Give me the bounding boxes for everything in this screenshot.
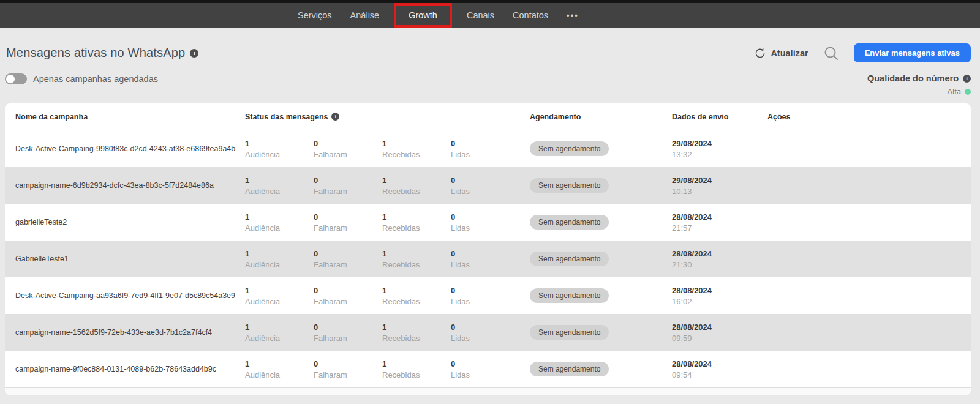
column-header-send-data: Dados de envio — [672, 113, 767, 121]
campaign-name: campaign-name-9f0ec884-0131-4089-b62b-78… — [15, 365, 245, 373]
quality-value: Alta — [948, 87, 961, 96]
scheduled-only-toggle[interactable]: Apenas campanhas agendadas — [5, 73, 158, 84]
stat-failed-value: 0 — [314, 286, 382, 295]
table-row[interactable]: campaign-name-9f0ec884-0131-4089-b62b-78… — [5, 351, 971, 387]
table-row[interactable]: Desk-Active-Campaing-9980f83c-d2cd-4243-… — [5, 130, 971, 167]
table-header-row: Nome da campanha Status das mensagens i … — [5, 103, 971, 130]
send-data-cell: 28/08/2024 09:59 — [672, 323, 767, 343]
schedule-badge: Sem agendamento — [530, 178, 609, 193]
table-row[interactable]: campaign-name-6d9b2934-dcfc-43ea-8b3c-5f… — [5, 167, 971, 204]
stat-failed: 0 Falharam — [314, 323, 382, 343]
schedule-cell: Sem agendamento — [521, 141, 672, 156]
table-row[interactable]: campaign-name-1562d5f9-72eb-433e-ae3d-7b… — [5, 314, 971, 351]
stat-failed: 0 Falharam — [314, 139, 382, 159]
column-header-status-label: Status das mensagens — [245, 113, 328, 121]
stat-received-label: Recebidas — [382, 150, 451, 159]
toggle-switch-icon[interactable] — [5, 73, 27, 84]
send-date: 28/08/2024 — [672, 359, 767, 368]
nav-tab-contatos[interactable]: Contatos — [513, 10, 548, 20]
send-date: 28/08/2024 — [672, 286, 767, 295]
stat-received: 1 Recebidas — [382, 176, 451, 196]
stat-failed-value: 0 — [314, 249, 382, 258]
stat-audience-label: Audiência — [245, 260, 314, 269]
stat-audience-value: 1 — [245, 249, 314, 258]
title-info-icon[interactable]: i — [190, 49, 198, 58]
schedule-badge: Sem agendamento — [530, 325, 609, 340]
table-footer — [5, 387, 971, 395]
schedule-badge: Sem agendamento — [530, 141, 609, 156]
stat-audience-value: 1 — [245, 176, 314, 185]
stat-received-label: Recebidas — [382, 260, 451, 269]
table-row[interactable]: gabrielleTeste2 1 Audiência 0 Falharam 1… — [5, 204, 971, 241]
stat-read-label: Lidas — [451, 150, 519, 159]
stat-failed-label: Falharam — [314, 223, 382, 233]
stat-audience-label: Audiência — [245, 187, 314, 196]
send-date: 29/08/2024 — [672, 139, 767, 148]
stat-received-value: 1 — [382, 359, 451, 368]
send-date: 29/08/2024 — [672, 176, 767, 185]
nav-tab-servicos[interactable]: Serviços — [298, 10, 332, 20]
stat-read-value: 0 — [451, 249, 519, 258]
stat-received: 1 Recebidas — [382, 249, 451, 269]
stat-audience-label: Audiência — [245, 297, 314, 306]
refresh-button[interactable]: Atualizar — [754, 47, 808, 59]
stat-audience: 1 Audiência — [245, 286, 314, 306]
send-data-cell: 29/08/2024 13:32 — [672, 139, 767, 159]
stat-read-value: 0 — [451, 139, 519, 148]
nav-tab-growth[interactable]: Growth — [409, 10, 437, 20]
stat-received: 1 Recebidas — [382, 323, 451, 343]
stat-audience-value: 1 — [245, 359, 314, 368]
stat-failed-value: 0 — [314, 359, 382, 368]
nav-more-icon[interactable]: ••• — [567, 11, 579, 20]
stat-audience: 1 Audiência — [245, 139, 314, 159]
stat-read-value: 0 — [451, 176, 519, 185]
status-info-icon[interactable]: i — [331, 113, 339, 121]
schedule-badge: Sem agendamento — [530, 288, 609, 303]
stat-audience: 1 Audiência — [245, 212, 314, 233]
number-quality: Qualidade do número i Alta — [867, 73, 971, 96]
stat-audience-label: Audiência — [245, 150, 314, 159]
message-status-cell: 1 Audiência 0 Falharam 1 Recebidas 0 Lid… — [245, 359, 521, 380]
send-time: 21:30 — [672, 260, 767, 269]
stat-read-label: Lidas — [451, 187, 519, 196]
stat-read-label: Lidas — [451, 334, 519, 343]
stat-audience: 1 Audiência — [245, 249, 314, 269]
stat-audience: 1 Audiência — [245, 176, 314, 196]
nav-items: Serviços Análise Growth Canais Contatos … — [298, 3, 579, 28]
nav-tab-canais[interactable]: Canais — [467, 10, 494, 20]
campaign-name: GabrielleTeste1 — [15, 255, 245, 263]
stat-received: 1 Recebidas — [382, 212, 451, 233]
stat-received-label: Recebidas — [382, 297, 451, 306]
message-status-cell: 1 Audiência 0 Falharam 1 Recebidas 0 Lid… — [245, 176, 521, 196]
stat-failed-label: Falharam — [314, 370, 382, 380]
filter-row: Apenas campanhas agendadas Qualidade do … — [0, 69, 980, 96]
send-data-cell: 28/08/2024 21:57 — [672, 212, 767, 233]
send-data-cell: 28/08/2024 09:54 — [672, 359, 767, 380]
schedule-badge: Sem agendamento — [530, 215, 609, 230]
send-active-messages-button[interactable]: Enviar mensagens ativas — [854, 43, 971, 62]
stat-received: 1 Recebidas — [382, 139, 451, 159]
table-row[interactable]: GabrielleTeste1 1 Audiência 0 Falharam 1… — [5, 241, 971, 277]
search-button[interactable] — [823, 45, 839, 61]
table-row[interactable]: Desk-Active-Campaing-aa93a6f9-7ed9-4ff1-… — [5, 277, 971, 314]
stat-received-value: 1 — [382, 323, 451, 332]
schedule-cell: Sem agendamento — [521, 288, 672, 303]
campaign-name: gabrielleTeste2 — [15, 218, 245, 226]
send-time: 21:57 — [672, 223, 767, 233]
quality-info-icon[interactable]: i — [963, 75, 971, 83]
stat-failed-label: Falharam — [314, 150, 382, 159]
refresh-label: Atualizar — [771, 48, 808, 58]
stat-read-label: Lidas — [451, 223, 519, 233]
nav-tab-analise[interactable]: Análise — [350, 10, 380, 20]
stat-received-label: Recebidas — [382, 334, 451, 343]
campaign-name: campaign-name-1562d5f9-72eb-433e-ae3d-7b… — [15, 328, 245, 337]
quality-label: Qualidade do número — [867, 73, 959, 83]
page-header: Mensagens ativas no WhatsApp i Atualizar… — [0, 28, 980, 69]
send-data-cell: 28/08/2024 16:02 — [672, 286, 767, 306]
column-header-actions: Ações — [767, 113, 971, 121]
growth-highlight-box: Growth — [394, 3, 452, 28]
stat-failed: 0 Falharam — [314, 176, 382, 196]
send-data-cell: 29/08/2024 10:13 — [672, 176, 767, 196]
stat-read: 0 Lidas — [451, 359, 519, 380]
column-header-schedule: Agendamento — [521, 113, 672, 121]
